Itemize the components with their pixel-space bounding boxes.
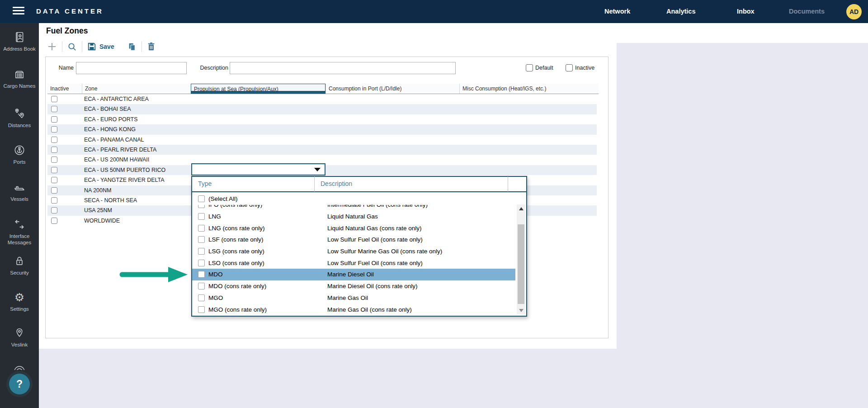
row-inactive-checkbox[interactable] [51,187,57,194]
zone-cell[interactable]: ECA - PANAMA CANAL [84,135,144,145]
scroll-up-icon[interactable] [517,204,525,213]
dropdown-item[interactable]: LSF (cons rate only) Low Sulfur Fuel Oil… [192,234,515,246]
dropdown-item[interactable]: MGO Marine Gas Oil [192,292,515,304]
column-header-3[interactable]: Consumption in Port (L/D/Idle) [326,84,459,94]
column-header-2[interactable]: Propulsion at Sea (Propulsion/Aux) [191,84,326,94]
copy-button[interactable] [127,42,137,51]
default-checkbox[interactable] [526,64,533,71]
zone-cell[interactable]: ECA - EURO PORTS [84,114,138,124]
item-checkbox[interactable] [198,213,205,220]
item-checkbox[interactable] [198,294,205,301]
zone-cell[interactable]: ECA - YANGTZE RIVER DELTA [84,175,165,185]
dropdown-column-description[interactable]: Description [315,176,508,192]
sidebar-item-veslink[interactable]: Veslink [0,327,39,348]
item-checkbox[interactable] [198,205,205,208]
dropdown-item-clipped[interactable]: IFO (cons rate only) Intermediate Fuel O… [192,205,515,211]
item-checkbox[interactable] [198,283,205,289]
chevron-down-icon[interactable] [314,168,321,171]
dropdown-item[interactable]: MGO (cons rate only) Marine Gas Oil (con… [192,304,515,315]
dropdown-item[interactable]: MDO Marine Diesel Oil [192,269,515,280]
scroll-down-icon[interactable] [517,306,525,314]
dropdown-column-type[interactable]: Type [192,176,315,192]
zone-cell[interactable]: NA 200NM [84,185,111,195]
row-inactive-checkbox[interactable] [51,116,57,123]
delete-button[interactable] [147,42,156,51]
sidebar-item-address-book[interactable]: Address Book [0,31,39,52]
sidebar-item-security[interactable]: Security [0,255,39,276]
sidebar-item-distances[interactable]: Distances [0,107,39,129]
table-row[interactable]: ECA - ANTARCTIC AREA [47,94,597,104]
zone-cell[interactable]: ECA - BOHAI SEA [84,104,131,114]
annotation-arrow-icon [118,266,189,284]
item-checkbox[interactable] [198,248,205,255]
table-row[interactable]: ECA - PEARL RIVER DELTA [47,145,597,155]
dropdown-item[interactable]: IFO (cons rate only) Intermediate Fuel O… [192,205,515,211]
item-checkbox[interactable] [198,306,205,313]
row-inactive-checkbox[interactable] [51,106,57,112]
help-button[interactable]: ? [9,374,30,394]
search-button[interactable] [67,42,77,52]
dropdown-item[interactable]: MDO (cons rate only) Marine Diesel Oil (… [192,280,515,292]
sidebar-item-interface-messages[interactable]: Interface Messages [0,218,39,246]
add-button[interactable] [47,42,57,52]
nav-item-analytics[interactable]: Analytics [666,0,695,23]
zone-cell[interactable]: ECA - US 200NM HAWAII [84,155,149,165]
table-row[interactable]: ECA - BOHAI SEA [47,104,597,114]
dropdown-item[interactable]: LSO (cons rate only) Low Sulfur Fuel Oil… [192,257,515,269]
fuel-type-combobox[interactable] [191,163,326,176]
item-checkbox[interactable] [198,260,205,266]
row-inactive-checkbox[interactable] [51,177,57,183]
table-row[interactable]: ECA - HONG KONG [47,124,597,134]
item-checkbox[interactable] [198,195,205,202]
inactive-checkbox[interactable] [566,64,573,71]
dropdown-item[interactable]: (Select All) [192,193,515,205]
dropdown-item[interactable]: LNG (cons rate only) Liquid Natural Gas … [192,222,515,234]
default-checkbox-label: Default [535,64,553,72]
column-header-4[interactable]: Misc Consumption (Heat/IGS, etc.) [459,84,597,94]
nav-item-inbox[interactable]: Inbox [737,0,755,23]
zone-cell[interactable]: USA 25NM [84,205,112,215]
avatar[interactable]: AD [846,4,862,19]
zone-cell[interactable]: WORLDWIDE [84,216,120,226]
row-inactive-checkbox[interactable] [51,207,57,213]
item-description: Marine Diesel Oil [327,271,374,278]
row-inactive-checkbox[interactable] [51,137,57,143]
sidebar-item-label: Address Book [3,46,36,52]
zone-cell[interactable]: ECA - US 50NM PUERTO RICO [84,165,165,175]
dropdown-item[interactable]: LNG Liquid Natural Gas [192,211,515,223]
column-header-1[interactable]: Zone [82,84,191,94]
zone-cell[interactable]: SECA - NORTH SEA [84,195,137,205]
item-description: Low Sulfur Marine Gas Oil (cons rate onl… [327,248,442,255]
nav-item-documents[interactable]: Documents [789,0,825,23]
row-inactive-checkbox[interactable] [51,197,57,204]
scrollbar-thumb[interactable] [518,224,524,304]
dropdown-column-filler [508,176,526,192]
dropdown-item[interactable]: LSG (cons rate only) Low Sulfur Marine G… [192,246,515,257]
name-input[interactable] [76,62,187,74]
sidebar-item-cargo-names[interactable]: Cargo Names [0,68,39,90]
item-checkbox[interactable] [198,271,205,278]
row-inactive-checkbox[interactable] [51,157,57,163]
save-button[interactable]: Save [87,42,114,51]
row-inactive-checkbox[interactable] [51,167,57,173]
item-checkbox[interactable] [198,225,205,232]
table-row[interactable]: ECA - PANAMA CANAL [47,135,597,145]
toolbar-divider [82,41,82,52]
table-row[interactable]: ECA - EURO PORTS [47,114,597,124]
row-inactive-checkbox[interactable] [51,126,57,133]
menu-icon[interactable] [13,7,24,16]
nav-item-network[interactable]: Network [604,0,630,23]
sidebar-item-vessels[interactable]: Vessels [0,181,39,203]
row-inactive-checkbox[interactable] [51,218,57,224]
zone-cell[interactable]: ECA - HONG KONG [84,124,136,134]
zone-cell[interactable]: ECA - ANTARCTIC AREA [84,94,149,104]
description-input[interactable] [230,62,456,74]
item-checkbox[interactable] [198,236,205,243]
row-inactive-checkbox[interactable] [51,96,57,102]
row-inactive-checkbox[interactable] [51,147,57,153]
sidebar-item-ports[interactable]: Ports [0,144,39,166]
column-header-0[interactable]: Inactive [47,84,82,94]
sidebar-item-settings[interactable]: ⚙Settings [0,291,39,313]
dropdown-scrollbar[interactable] [517,204,525,314]
zone-cell[interactable]: ECA - PEARL RIVER DELTA [84,145,156,155]
